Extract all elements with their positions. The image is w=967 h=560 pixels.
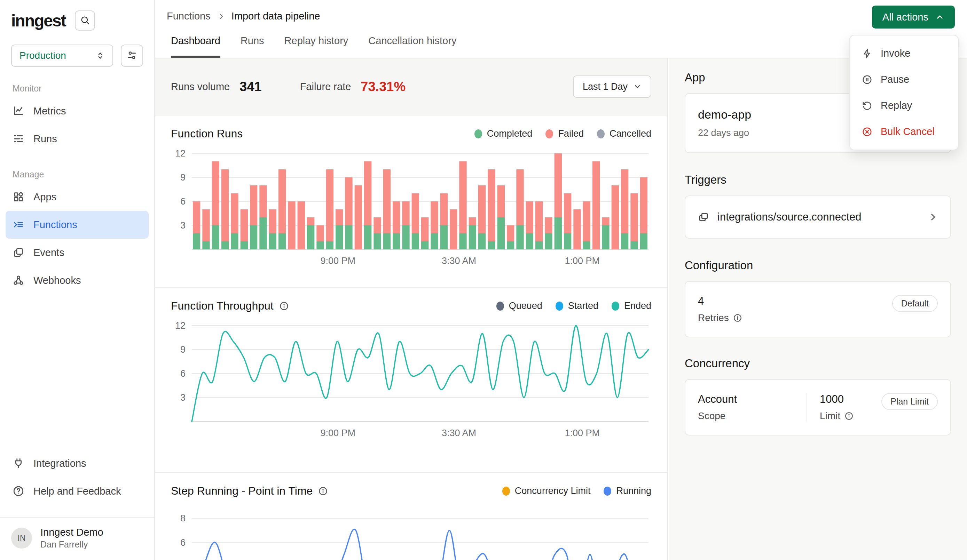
all-actions-button[interactable]: All actions <box>872 6 955 28</box>
menu-item-pause[interactable]: Pause <box>850 66 958 92</box>
retries-label: Retries <box>698 312 729 323</box>
ended-dot <box>612 301 619 311</box>
retries-value: 4 <box>698 295 742 308</box>
sidebar-item-label: Webhooks <box>33 275 81 286</box>
failure-rate-label: Failure rate <box>300 81 351 92</box>
running-dot <box>604 487 611 496</box>
tab-replay-history[interactable]: Replay history <box>284 35 348 58</box>
svg-text:9:00 PM: 9:00 PM <box>320 256 356 266</box>
svg-text:3:30 AM: 3:30 AM <box>442 428 476 438</box>
svg-text:6: 6 <box>180 537 185 548</box>
chevron-right-icon <box>928 212 938 222</box>
menu-item-bulk-cancel[interactable]: Bulk Cancel <box>850 119 958 145</box>
legend-ended: Ended <box>624 301 651 311</box>
help-icon <box>13 485 24 497</box>
svg-text:12: 12 <box>175 149 185 159</box>
legend-running: Running <box>616 486 651 496</box>
concurrency-limit-dot <box>502 487 510 496</box>
time-range-select[interactable]: Last 1 Day <box>573 76 651 98</box>
sidebar-item-functions[interactable]: Functions <box>6 211 149 239</box>
sidebar-item-apps[interactable]: Apps <box>6 183 149 211</box>
sidebar-section-manage: Manage <box>0 170 154 180</box>
svg-text:9:00 PM: 9:00 PM <box>320 428 356 438</box>
function-throughput-section: Function Throughput Queued Started Ended… <box>155 287 667 472</box>
function-runs-section: Function Runs Completed Failed Cancelled… <box>155 115 667 287</box>
pause-icon <box>862 74 872 85</box>
sidebar-item-label: Functions <box>33 219 77 231</box>
info-icon[interactable] <box>279 301 289 311</box>
step-running-title-text: Step Running - Point in Time <box>171 484 313 497</box>
function-runs-title: Function Runs <box>171 127 243 140</box>
svg-text:3: 3 <box>180 392 185 403</box>
info-icon[interactable] <box>845 412 853 420</box>
runs-volume-value: 341 <box>239 79 261 94</box>
sidebar-item-metrics[interactable]: Metrics <box>6 97 149 125</box>
trigger-card[interactable]: integrations/source.connected <box>685 196 951 239</box>
svg-text:1:00 PM: 1:00 PM <box>564 428 600 438</box>
stats-row: Runs volume 341 Failure rate 73.31% Last… <box>155 58 667 115</box>
legend-started: Started <box>568 301 598 311</box>
tab-cancellation-history[interactable]: Cancellation history <box>368 35 456 58</box>
step-running-chart: 864 <box>171 506 651 560</box>
retries-card: 4 Retries Default <box>685 281 951 338</box>
environment-filter-button[interactable] <box>121 44 143 67</box>
apps-icon <box>13 191 24 203</box>
tab-dashboard[interactable]: Dashboard <box>171 35 220 58</box>
plan-limit-badge: Plan Limit <box>881 393 938 410</box>
function-runs-chart: 129639:00 PM3:30 AM1:00 PM <box>171 149 651 266</box>
step-running-title: Step Running - Point in Time <box>171 484 328 497</box>
sidebar-item-integrations[interactable]: Integrations <box>6 450 149 477</box>
failure-rate-value: 73.31% <box>361 79 406 94</box>
chevron-up-icon <box>935 13 944 21</box>
dashboard-charts-column: Runs volume 341 Failure rate 73.31% Last… <box>155 58 668 560</box>
svg-text:6: 6 <box>180 196 185 207</box>
org-name: Inngest Demo <box>40 527 103 538</box>
metrics-icon <box>13 105 24 117</box>
bolt-icon <box>862 48 872 59</box>
function-runs-legend: Completed Failed Cancelled <box>474 128 651 139</box>
chevron-down-icon <box>633 82 642 91</box>
info-icon[interactable] <box>318 486 328 496</box>
breadcrumb-functions[interactable]: Functions <box>167 10 211 22</box>
queued-dot <box>497 301 504 311</box>
svg-text:12: 12 <box>175 321 185 331</box>
webhooks-icon <box>13 274 24 286</box>
chevron-updown-icon <box>96 51 105 60</box>
sidebar-item-label: Events <box>33 247 64 259</box>
top-bar: Functions Import data pipeline Dashboard… <box>155 0 967 58</box>
svg-text:9: 9 <box>180 172 185 183</box>
menu-item-invoke[interactable]: Invoke <box>850 40 958 66</box>
time-range-value: Last 1 Day <box>583 81 628 92</box>
sidebar-item-runs[interactable]: Runs <box>6 125 149 153</box>
environment-value: Production <box>20 50 66 61</box>
triggers-heading: Triggers <box>685 173 951 186</box>
runs-icon <box>13 133 24 145</box>
menu-item-replay[interactable]: Replay <box>850 92 958 119</box>
cancel-circle-icon <box>862 127 872 137</box>
environment-select[interactable]: Production <box>11 44 113 67</box>
sidebar-item-webhooks[interactable]: Webhooks <box>6 267 149 294</box>
sidebar-item-help[interactable]: Help and Feedback <box>6 477 149 505</box>
search-icon <box>80 15 90 26</box>
inngest-logo: inngest <box>11 11 66 30</box>
cancelled-dot <box>597 129 605 138</box>
legend-failed: Failed <box>558 128 584 139</box>
menu-item-label: Invoke <box>881 48 910 59</box>
function-throughput-legend: Queued Started Ended <box>497 301 651 311</box>
svg-text:3:30 AM: 3:30 AM <box>442 256 476 266</box>
tab-runs[interactable]: Runs <box>241 35 264 58</box>
account-menu[interactable]: IN Inngest Demo Dan Farrelly <box>0 517 154 560</box>
info-icon[interactable] <box>733 313 742 323</box>
sidebar-item-label: Runs <box>33 133 57 145</box>
configuration-heading: Configuration <box>685 259 951 272</box>
sidebar-section-monitor: Monitor <box>0 84 154 94</box>
legend-concurrency-limit: Concurrency Limit <box>515 486 591 496</box>
failed-dot <box>545 129 553 138</box>
sidebar-item-events[interactable]: Events <box>6 239 149 267</box>
svg-text:8: 8 <box>180 513 185 524</box>
sidebar-item-label: Metrics <box>33 105 66 117</box>
user-name: Dan Farrelly <box>40 539 103 550</box>
svg-text:6: 6 <box>180 368 185 379</box>
search-button[interactable] <box>75 10 95 31</box>
sidebar: inngest Production Monitor <box>0 0 155 560</box>
